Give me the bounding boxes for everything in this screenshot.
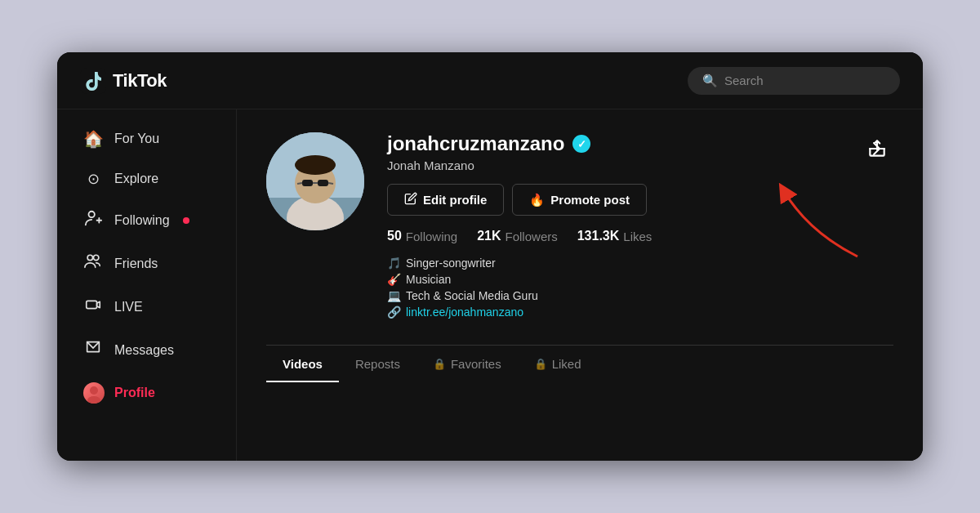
- bio-text-1: Singer-songwriter: [406, 256, 496, 270]
- promote-post-button[interactable]: 🔥 Promote post: [512, 184, 647, 216]
- bio-line-3: 💻 Tech & Social Media Guru: [387, 289, 893, 302]
- tab-reposts[interactable]: Reposts: [339, 346, 416, 382]
- svg-rect-11: [302, 180, 313, 186]
- svg-point-16: [295, 155, 336, 175]
- laptop-emoji: 💻: [387, 289, 401, 302]
- sidebar-item-profile[interactable]: Profile: [64, 372, 229, 413]
- stat-followers: 21K Followers: [477, 229, 558, 243]
- explore-icon: ⊙: [83, 170, 103, 188]
- followers-count: 21K: [477, 229, 501, 243]
- search-input[interactable]: 🔍 Search: [688, 67, 900, 95]
- likes-label: Likes: [623, 230, 652, 243]
- promote-icon: 🔥: [529, 193, 545, 207]
- following-count: 50: [387, 229, 402, 243]
- tab-favorites-label: Favorites: [451, 357, 501, 371]
- home-icon: 🏠: [83, 129, 103, 149]
- sidebar-item-messages[interactable]: Messages: [64, 329, 229, 371]
- verified-badge: ✓: [572, 135, 590, 153]
- edit-icon: [404, 192, 417, 207]
- bio-text-3: Tech & Social Media Guru: [406, 289, 538, 302]
- sidebar-label-for-you: For You: [114, 132, 159, 146]
- logo-area: TikTok: [80, 68, 167, 94]
- profile-header: jonahcruzmanzano ✓ Jonah Manzano Edit pr…: [266, 132, 893, 325]
- bio-link[interactable]: 🔗 linktr.ee/jonahmanzano: [387, 306, 893, 319]
- edit-profile-label: Edit profile: [423, 193, 487, 207]
- sidebar-label-profile: Profile: [114, 386, 155, 400]
- sidebar-label-following: Following: [114, 213, 170, 228]
- link-icon: 🔗: [387, 306, 401, 319]
- bio-text-2: Musician: [406, 273, 451, 286]
- profile-info: jonahcruzmanzano ✓ Jonah Manzano Edit pr…: [387, 132, 893, 325]
- favorites-lock-icon: 🔒: [433, 358, 446, 370]
- tabs-section: Videos Reposts 🔒 Favorites 🔒 Liked: [266, 345, 893, 382]
- app-name-label: TikTok: [113, 70, 167, 91]
- sidebar-item-explore[interactable]: ⊙ Explore: [64, 160, 229, 198]
- sidebar-item-for-you[interactable]: 🏠 For You: [64, 119, 229, 158]
- messages-icon: [83, 339, 103, 361]
- stat-following: 50 Following: [387, 229, 457, 243]
- svg-point-3: [93, 255, 98, 260]
- tab-videos[interactable]: Videos: [266, 346, 339, 382]
- profile-avatar-icon: [83, 382, 103, 404]
- sidebar-label-live: LIVE: [114, 300, 143, 314]
- username-label: jonahcruzmanzano: [387, 132, 564, 155]
- following-icon: [83, 209, 103, 231]
- sidebar-label-explore: Explore: [114, 172, 158, 186]
- sidebar-item-friends[interactable]: Friends: [64, 243, 229, 284]
- share-button[interactable]: [861, 132, 893, 165]
- followers-label: Followers: [506, 230, 558, 243]
- liked-lock-icon: 🔒: [534, 358, 547, 370]
- display-name-label: Jonah Manzano: [387, 158, 893, 172]
- svg-point-2: [87, 255, 92, 260]
- svg-point-5: [90, 386, 98, 395]
- sidebar-label-friends: Friends: [114, 256, 158, 271]
- svg-rect-12: [318, 180, 328, 186]
- bio-link-text: linktr.ee/jonahmanzano: [406, 306, 523, 319]
- tiktok-logo-icon: [80, 68, 106, 94]
- svg-point-6: [87, 396, 100, 404]
- likes-count: 131.3K: [577, 229, 620, 243]
- avatar-wrapper: [266, 132, 364, 230]
- tab-reposts-label: Reposts: [355, 357, 400, 371]
- svg-line-15: [328, 183, 333, 184]
- friends-icon: [83, 252, 103, 274]
- app-container: TikTok 🔍 Search 🏠 For You ⊙ Explore: [57, 52, 923, 461]
- stats-row: 50 Following 21K Followers 131.3K Likes: [387, 229, 893, 243]
- tab-favorites[interactable]: 🔒 Favorites: [416, 346, 518, 382]
- search-placeholder: Search: [724, 74, 764, 87]
- action-buttons: Edit profile 🔥 Promote post: [387, 184, 893, 216]
- username-row: jonahcruzmanzano ✓: [387, 132, 893, 155]
- following-label: Following: [406, 230, 457, 243]
- live-icon: [83, 296, 103, 318]
- guitar-emoji: 🎸: [387, 273, 401, 286]
- tab-liked[interactable]: 🔒 Liked: [518, 346, 598, 382]
- svg-rect-4: [87, 301, 97, 308]
- tab-liked-label: Liked: [552, 357, 581, 371]
- promote-post-label: Promote post: [550, 193, 630, 207]
- following-notification-dot: [183, 217, 189, 224]
- bio-section: 🎵 Singer-songwriter 🎸 Musician 💻 Tech & …: [387, 256, 893, 319]
- search-icon: 🔍: [702, 74, 718, 88]
- sidebar-item-live[interactable]: LIVE: [64, 286, 229, 328]
- stat-likes: 131.3K Likes: [577, 229, 653, 243]
- svg-line-14: [297, 183, 302, 184]
- svg-point-1: [89, 212, 95, 217]
- sidebar: 🏠 For You ⊙ Explore Following: [57, 109, 237, 461]
- sidebar-label-messages: Messages: [114, 343, 174, 358]
- tabs-row: Videos Reposts 🔒 Favorites 🔒 Liked: [266, 346, 893, 382]
- profile-content: jonahcruzmanzano ✓ Jonah Manzano Edit pr…: [237, 109, 923, 461]
- avatar: [266, 132, 364, 230]
- sidebar-item-following[interactable]: Following: [64, 199, 229, 241]
- bio-line-1: 🎵 Singer-songwriter: [387, 256, 893, 270]
- music-emoji: 🎵: [387, 256, 401, 270]
- top-bar: TikTok 🔍 Search: [57, 52, 923, 109]
- main-content: 🏠 For You ⊙ Explore Following: [57, 109, 923, 461]
- bio-line-2: 🎸 Musician: [387, 273, 893, 286]
- edit-profile-button[interactable]: Edit profile: [387, 184, 504, 216]
- tab-videos-label: Videos: [283, 357, 323, 371]
